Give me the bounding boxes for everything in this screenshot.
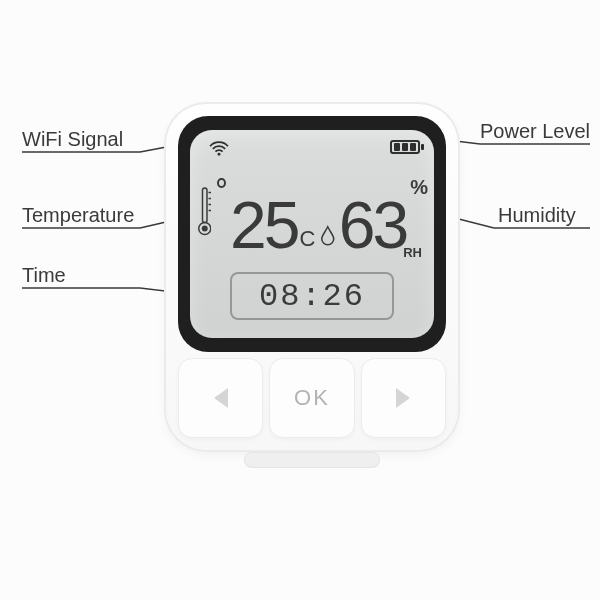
time-value: 08:26	[259, 278, 365, 315]
battery-icon	[390, 140, 420, 154]
temperature-unit: C	[299, 226, 315, 252]
triangle-right-icon	[396, 388, 410, 408]
degree-symbol	[217, 178, 226, 188]
readings-row: 25 C 63 % RH	[196, 166, 428, 258]
device-body: 25 C 63 % RH 08:26 OK	[164, 102, 460, 452]
device-stand	[244, 452, 380, 468]
time-box: 08:26	[230, 272, 394, 320]
triangle-left-icon	[214, 388, 228, 408]
label-temperature: Temperature	[22, 204, 134, 227]
left-button[interactable]	[178, 358, 263, 438]
ok-button[interactable]: OK	[269, 358, 354, 438]
humidity-percent: %	[410, 176, 428, 199]
temperature-value: 25	[230, 192, 297, 258]
thermometer-icon	[198, 176, 211, 248]
svg-rect-11	[202, 188, 206, 222]
svg-point-13	[202, 225, 208, 231]
lcd-screen: 25 C 63 % RH 08:26	[190, 130, 434, 338]
droplet-icon	[321, 222, 334, 248]
svg-point-10	[218, 153, 221, 156]
wifi-icon	[208, 140, 230, 156]
label-power-level: Power Level	[480, 120, 590, 143]
label-wifi-signal: WiFi Signal	[22, 128, 123, 151]
label-humidity: Humidity	[498, 204, 576, 227]
button-row: OK	[178, 358, 446, 438]
humidity-rh: RH	[403, 245, 422, 260]
humidity-value: 63	[339, 192, 406, 258]
right-button[interactable]	[361, 358, 446, 438]
label-time: Time	[22, 264, 66, 287]
lcd-bezel: 25 C 63 % RH 08:26	[178, 116, 446, 352]
